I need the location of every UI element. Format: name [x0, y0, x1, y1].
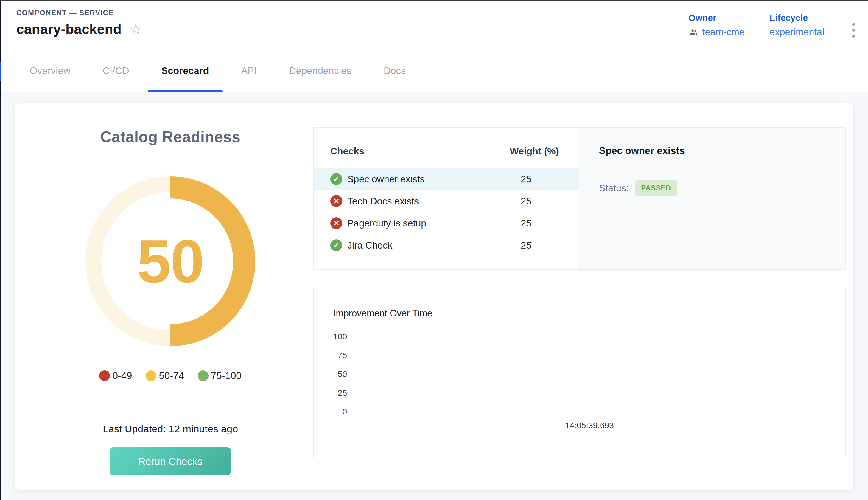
score-legend: 0-4950-7475-100: [29, 370, 312, 382]
check-circle-icon: ✓: [330, 173, 342, 185]
y-axis-tick: 25: [314, 388, 347, 398]
improvement-chart: Improvement Over Time 1007550250 14:05:3…: [313, 287, 846, 458]
legend-item: 75-100: [198, 370, 242, 382]
legend-dot-icon: [99, 371, 110, 381]
x-circle-icon: ✕: [330, 217, 342, 229]
tab-overview[interactable]: Overview: [16, 49, 84, 92]
checks-column-header: Checks: [330, 146, 493, 157]
readiness-gauge: 50: [85, 177, 255, 346]
status-badge: PASSED: [635, 180, 677, 196]
checks-panel: Checks Weight (%) ✓Spec owner exists25✕T…: [313, 127, 846, 270]
chart-title: Improvement Over Time: [333, 308, 432, 319]
check-name: Pagerduty is setup: [347, 218, 426, 229]
y-axis-tick: 100: [314, 332, 347, 341]
lifecycle-meta: Lifecycle experimental: [770, 13, 824, 37]
scorecard-title: Catalog Readiness: [29, 128, 312, 146]
x-axis-tick: 14:05:39.693: [565, 421, 614, 430]
legend-item: 50-74: [146, 370, 184, 382]
check-weight: 25: [493, 240, 559, 251]
legend-label: 0-49: [112, 370, 132, 382]
check-detail-panel: Spec owner exists Status: PASSED: [578, 128, 845, 269]
lifecycle-value: experimental: [770, 26, 824, 37]
kebab-menu-icon[interactable]: [849, 21, 858, 40]
tab-ci-cd[interactable]: CI/CD: [89, 49, 143, 92]
rail-active-indicator: [0, 62, 1, 81]
check-name: Jira Check: [347, 240, 392, 251]
check-weight: 25: [493, 174, 559, 185]
status-label: Status:: [599, 183, 629, 194]
rerun-checks-button[interactable]: Rerun Checks: [109, 447, 231, 475]
y-axis-tick: 50: [314, 370, 347, 379]
last-updated-text: Last Updated: 12 minutes ago: [29, 423, 312, 435]
page-title: canary-backend: [16, 21, 121, 37]
legend-label: 50-74: [159, 370, 184, 382]
owner-meta: Owner team-cme: [689, 13, 745, 37]
tab-dependencies[interactable]: Dependencies: [276, 49, 365, 92]
lifecycle-label: Lifecycle: [770, 13, 824, 23]
owner-link[interactable]: team-cme: [702, 26, 745, 37]
tab-bar: OverviewCI/CDScorecardAPIDependenciesDoc…: [1, 48, 868, 92]
tab-docs[interactable]: Docs: [370, 49, 419, 92]
x-circle-icon: ✕: [330, 195, 342, 207]
tab-api[interactable]: API: [228, 49, 270, 92]
table-row[interactable]: ✕Tech Docs exists25: [314, 190, 578, 212]
check-name: Tech Docs exists: [347, 196, 419, 207]
check-detail-title: Spec owner exists: [599, 145, 845, 157]
gauge-column: Catalog Readiness 50 0-4950-7475-100 Las…: [29, 103, 312, 490]
checks-table-header: Checks Weight (%): [314, 146, 578, 157]
check-weight: 25: [493, 196, 559, 207]
y-axis-tick: 0: [314, 407, 347, 417]
table-row[interactable]: ✓Spec owner exists25: [314, 168, 578, 190]
table-row[interactable]: ✕Pagerduty is setup25: [314, 212, 578, 234]
check-circle-icon: ✓: [330, 239, 342, 251]
check-weight: 25: [493, 218, 559, 229]
left-nav-rail: [0, 0, 1, 500]
checks-table: Checks Weight (%) ✓Spec owner exists25✕T…: [314, 128, 578, 269]
content-area: Catalog Readiness 50 0-4950-7475-100 Las…: [1, 92, 868, 500]
legend-dot-icon: [146, 371, 157, 381]
scorecard-card: Catalog Readiness 50 0-4950-7475-100 Las…: [15, 102, 854, 490]
legend-item: 0-49: [99, 370, 132, 382]
check-name: Spec owner exists: [347, 174, 425, 185]
score-value: 50: [85, 177, 255, 346]
window-top-strip: [0, 0, 868, 1]
legend-label: 75-100: [211, 370, 242, 382]
team-icon: [689, 28, 699, 37]
table-row[interactable]: ✓Jira Check25: [314, 234, 578, 256]
entity-header: COMPONENT — SERVICE canary-backend ☆ Own…: [1, 1, 868, 48]
owner-label: Owner: [689, 13, 745, 23]
legend-dot-icon: [198, 371, 209, 381]
tab-scorecard[interactable]: Scorecard: [148, 49, 222, 92]
weight-column-header: Weight (%): [493, 146, 559, 157]
star-icon[interactable]: ☆: [129, 22, 142, 36]
y-axis-tick: 75: [314, 351, 347, 360]
